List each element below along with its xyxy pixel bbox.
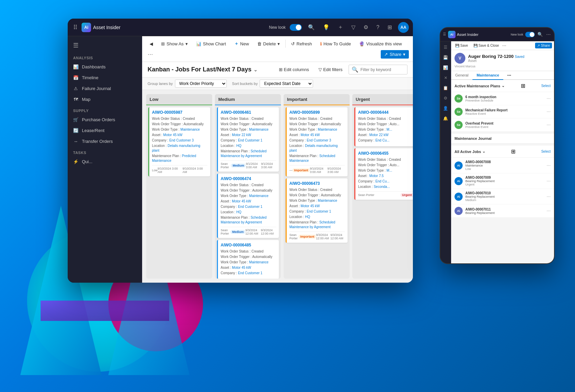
visualize-button[interactable]: 🔮 Visualize this view (356, 40, 405, 48)
sidebar-item-timeline[interactable]: 📅 Timeline (68, 72, 142, 83)
filter-icon[interactable]: ▽ (349, 23, 357, 32)
transfer-orders-icon: ↔ (73, 138, 79, 144)
keyword-filter[interactable]: 🔍 (349, 65, 407, 74)
apps-icon[interactable]: ⊞ (385, 23, 394, 32)
col-header-urgent: Urgent (352, 94, 413, 105)
search-icon[interactable]: 🔍 (306, 23, 317, 32)
job-avatar-1: Ai (455, 161, 463, 170)
tablet-tab-more[interactable]: ••• (503, 71, 515, 80)
card-AIWO-00006461[interactable]: AIWO-00006461 Work Order Status : Create… (217, 107, 279, 172)
tablet-app-logo: Ai Asset Insider (448, 31, 479, 38)
tablet-jobs-select-btn[interactable]: Select (541, 150, 551, 153)
tablet-maintenance-select-icon[interactable]: ⊞ (521, 83, 525, 89)
refresh-button[interactable]: ↺ Refresh (288, 40, 315, 48)
sidebar-item-lease-rent[interactable]: 🔄 Lease/Rent (68, 125, 142, 136)
sidebar-item-failure-journal[interactable]: ⚠ Failure Journal (68, 83, 142, 94)
maintenance-more-2[interactable]: ⋯ (547, 109, 551, 114)
sort-by-select[interactable]: Expected Start Date (260, 80, 313, 88)
tablet-maintenance-select-btn[interactable]: Select (541, 84, 551, 88)
new-button[interactable]: ＋ New (231, 39, 252, 48)
how-to-guide-button[interactable]: ℹ How To Guide (317, 40, 354, 48)
new-look-label: New look (269, 25, 286, 30)
user-avatar[interactable]: AA (398, 22, 409, 33)
tablet-new-look-toggle[interactable] (525, 32, 535, 37)
delete-button[interactable]: 🗑 Delete ▾ (254, 40, 284, 48)
app-logo-icon: Ai (82, 23, 91, 32)
job-more-2[interactable]: ⋯ (547, 179, 551, 183)
tablet-sidebar-icon-5[interactable]: 📋 (442, 85, 449, 91)
sidebar-item-transfer-orders[interactable]: ↔ Transfer Orders (68, 136, 142, 147)
tablet-sidebar-icon-1[interactable]: ☰ (442, 44, 449, 51)
grid-icon[interactable]: ⠿ (72, 22, 79, 32)
tablet-toolbar-more[interactable]: ⋯ (502, 43, 506, 48)
edit-filters-button[interactable]: ▽ Edit filters (315, 65, 346, 74)
sidebar-item-quick[interactable]: ⚡ Qui... (68, 156, 142, 167)
maintenance-item-3[interactable]: Se Overheat Prevent Preventive Event ⋯ (451, 118, 554, 132)
tablet-new-look-label: New look (511, 33, 523, 36)
tablet-jobs-grid-icon[interactable]: ⊞ (511, 148, 515, 155)
job-more-3[interactable]: ⋯ (547, 194, 551, 199)
help-icon[interactable]: ? (374, 23, 381, 32)
tablet-save-button[interactable]: 💾 Save (453, 43, 470, 48)
show-as-button[interactable]: ⊞ Show As ▾ (158, 40, 191, 48)
card-AIWO-00006444[interactable]: AIWO-00006444 Work Order Status : Create… (354, 107, 413, 146)
job-more-4[interactable]: ⋯ (547, 209, 551, 213)
edit-columns-button[interactable]: ⊞ Edit columns (275, 65, 312, 74)
tablet-share-button[interactable]: ↗ Share (535, 43, 552, 48)
timeline-label: Timeline (82, 75, 98, 80)
lightbulb-icon[interactable]: 💡 (321, 23, 332, 32)
job-more-1[interactable]: ⋯ (547, 163, 551, 168)
tablet-tabs: General Maintenance ••• (451, 71, 554, 80)
maintenance-item-1[interactable]: Se 6 month inspection Preventive Schedul… (451, 92, 554, 105)
tablet-tab-general[interactable]: General (451, 71, 472, 80)
settings-icon[interactable]: ⚙ (361, 23, 370, 32)
show-chart-button[interactable]: 📊 Show Chart (193, 40, 229, 48)
keyword-input[interactable] (360, 67, 404, 72)
col-title-low: Low (150, 97, 158, 102)
tablet-app-name: Asset Insider (457, 32, 479, 37)
job-item-3[interactable]: Ai AIWO-00007010 Bearing Replacement Med… (451, 189, 554, 204)
job-item-2[interactable]: Ai AIWO-00007009 Bearing Replacement Urg… (451, 173, 554, 189)
sidebar-item-map[interactable]: 🗺 Map (68, 94, 142, 105)
tablet-save-close-button[interactable]: 💾 Save & Close (471, 43, 501, 48)
tablet-grid-icon[interactable]: ⠿ (443, 32, 446, 37)
maintenance-more-1[interactable]: ⋯ (547, 96, 551, 101)
sidebar-item-purchase-orders[interactable]: 🛒 Purchase Orders (68, 114, 142, 125)
sidebar-hamburger[interactable]: ☰ (68, 39, 142, 52)
new-look-toggle[interactable] (290, 24, 302, 31)
sidebar-item-dashboards[interactable]: 📊 Dashboards (68, 61, 142, 72)
tablet-search-icon[interactable]: 🔍 (537, 31, 544, 38)
plus-icon[interactable]: ＋ (336, 22, 345, 32)
tablet-sidebar-icon-7[interactable]: 👤 (442, 105, 449, 112)
tablet-sidebar-icon-6[interactable]: ⚙ (442, 95, 449, 102)
card-id: AIWO-00006485 (221, 243, 276, 247)
back-button[interactable]: ◀ (146, 40, 156, 48)
job-item-1[interactable]: Ai AIWO-00007008 Maintenance Low ⋯ (451, 158, 554, 173)
toolbar-more-icon[interactable]: ⋯ (146, 50, 154, 59)
card-id: AIWO-00005899 (289, 110, 345, 115)
show-as-chevron: ▾ (185, 41, 188, 46)
view-title-chevron[interactable]: ⌄ (253, 67, 258, 72)
tablet-user-info: Vincent Marcus (455, 65, 551, 68)
refresh-icon: ↺ (291, 41, 295, 46)
card-AIWO-00006474[interactable]: AIWO-00006474 Work Order Status : Create… (217, 174, 279, 238)
tablet-sidebar-icon-4[interactable]: ✕ (442, 74, 449, 81)
card-AIWO-00006485[interactable]: AIWO-00006485 Work Order Status : Create… (217, 240, 279, 279)
tablet-sidebar-icon-8[interactable]: 🔔 (442, 115, 449, 122)
kanban-col-medium: Medium AIWO-00006461 Work Order Status :… (215, 94, 281, 279)
tablet-more-icon[interactable]: ⋯ (546, 31, 551, 38)
card-AIWO-00006473[interactable]: AIWO-00006473 Work Order Status : Create… (286, 178, 348, 243)
lease-rent-label: Lease/Rent (82, 128, 105, 133)
job-item-4[interactable]: Ai AIWO-00007011 Bearing Replacement ⋯ (451, 204, 554, 218)
card-AIWO-00006455[interactable]: AIWO-00006455 Work Order Status : Create… (354, 148, 413, 200)
maintenance-item-2[interactable]: Se Mechanical Failure Report Reactive Ev… (451, 105, 554, 118)
card-AIWO-00005899[interactable]: AIWO-00005899 Work Order Status : Create… (286, 107, 348, 176)
tablet-maintenance-plans-title: Active Maintenance Plans ⌄ (455, 84, 505, 88)
share-button[interactable]: ↗ Share ▾ (381, 50, 409, 59)
tablet-sidebar-icon-2[interactable]: 💾 (442, 54, 449, 61)
tablet-tab-maintenance[interactable]: Maintenance (472, 71, 503, 80)
card-AIWO-00005987[interactable]: AIWO-00005987 Work Order Status : Create… (148, 107, 210, 176)
tablet-sidebar-icon-3[interactable]: 📊 (442, 64, 449, 71)
group-by-select[interactable]: Work Order Priority (175, 80, 227, 88)
maintenance-more-3[interactable]: ⋯ (547, 123, 551, 127)
